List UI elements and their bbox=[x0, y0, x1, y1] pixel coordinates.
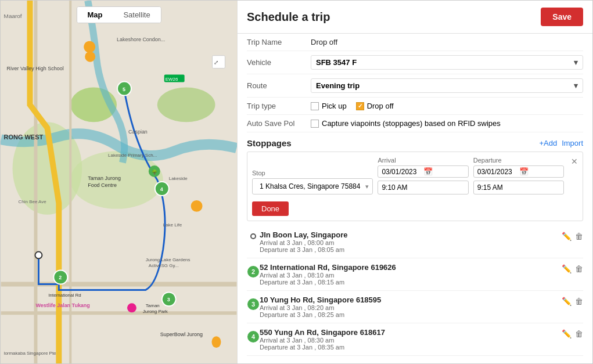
pickup-checkbox[interactable] bbox=[311, 102, 319, 110]
svg-text:ActiveSG Gy...: ActiveSG Gy... bbox=[149, 263, 179, 268]
svg-text:2: 2 bbox=[59, 275, 62, 280]
capture-checkbox[interactable] bbox=[311, 120, 319, 128]
delete-icon[interactable]: 🗑 bbox=[575, 297, 583, 306]
dropoff-checkbox-item: Drop off bbox=[356, 102, 394, 110]
close-icon[interactable]: ✕ bbox=[571, 157, 578, 166]
departure-date-input[interactable] bbox=[477, 168, 519, 176]
app-container: Maarof River Valley High School RONG WES… bbox=[0, 0, 593, 364]
list-item: Jln Boon Lay, Singapore Arrival at 3 Jan… bbox=[247, 226, 583, 258]
delete-icon[interactable]: 🗑 bbox=[575, 264, 583, 273]
edit-icon[interactable]: ✏️ bbox=[562, 297, 572, 306]
svg-text:4: 4 bbox=[160, 186, 163, 192]
route-row: Route Evening trip ▾ bbox=[247, 74, 583, 98]
done-button[interactable]: Done bbox=[252, 201, 289, 216]
map-svg: Maarof River Valley High School RONG WES… bbox=[1, 1, 237, 363]
svg-text:Westlife Jalan Tukang: Westlife Jalan Tukang bbox=[35, 302, 89, 308]
edit-icon[interactable]: ✏️ bbox=[562, 264, 572, 273]
arrival-label: Arrival bbox=[378, 157, 468, 164]
edit-icon[interactable]: ✏️ bbox=[562, 232, 572, 241]
capture-checkbox-item: Capture viapoints (stoppages) based on R… bbox=[311, 119, 501, 128]
auto-save-label: Auto Save Pol bbox=[247, 119, 311, 128]
stop-actions: ✏️ 🗑 bbox=[562, 264, 583, 273]
chevron-down-icon: ▾ bbox=[365, 183, 369, 190]
svg-text:Lakeside Primary Sch...: Lakeside Primary Sch... bbox=[108, 153, 157, 158]
save-button[interactable]: Save bbox=[541, 8, 583, 26]
list-item: 2 52 International Rd, Singapore 619626 … bbox=[247, 258, 583, 291]
stop-input[interactable] bbox=[256, 180, 365, 193]
stop-actions: ✏️ 🗑 bbox=[562, 329, 583, 338]
stop-departure-time: Departure at 3 Jan , 08:15 am bbox=[260, 279, 562, 286]
form-section: Trip Name Drop off Vehicle SFB 3547 F ▾ … bbox=[238, 34, 592, 132]
stop-arrival-time: Arrival at 3 Jan , 08:00 am bbox=[260, 239, 562, 246]
dropoff-checkbox[interactable] bbox=[356, 102, 364, 110]
svg-text:Maarof: Maarof bbox=[4, 13, 22, 19]
stoppages-header: Stoppages Add Import bbox=[238, 132, 592, 152]
map-tab-satellite[interactable]: Satellite bbox=[113, 7, 160, 23]
svg-text:lormakaba Singapore Pte: lormakaba Singapore Pte bbox=[4, 351, 56, 356]
svg-text:⤢: ⤢ bbox=[214, 59, 218, 66]
arrival-date-input[interactable] bbox=[382, 168, 423, 176]
chevron-down-icon: ▾ bbox=[574, 81, 578, 90]
stop-departure-time: Departure at 3 Jan , 08:35 am bbox=[260, 344, 562, 351]
stop-actions: ✏️ 🗑 bbox=[562, 232, 583, 241]
map-background: Maarof River Valley High School RONG WES… bbox=[1, 1, 237, 363]
map-tabs: Map Satellite bbox=[76, 6, 161, 23]
svg-point-40 bbox=[191, 200, 203, 212]
vehicle-value: SFB 3547 F bbox=[316, 58, 357, 67]
stop-info: 52 International Rd, Singapore 619626 Ar… bbox=[260, 263, 562, 286]
stop-name: 52 International Rd, Singapore 619626 bbox=[260, 263, 562, 272]
panel-header: Schedule a trip Save bbox=[238, 1, 592, 34]
departure-label: Departure bbox=[473, 157, 564, 164]
pickup-label: Pick up bbox=[322, 102, 347, 110]
svg-text:Jurong Lake Gardens: Jurong Lake Gardens bbox=[146, 257, 191, 262]
arrival-date-wrap: 📅 bbox=[378, 165, 468, 178]
svg-text:EW26: EW26 bbox=[166, 77, 178, 82]
svg-point-41 bbox=[211, 336, 221, 348]
page-title: Schedule a trip bbox=[247, 10, 330, 24]
stop-arrival-time: Arrival at 3 Jan , 08:10 am bbox=[260, 272, 562, 279]
stop-actions: ✏️ 🗑 bbox=[562, 297, 583, 306]
stop-departure-time: Departure at 3 Jan , 08:05 am bbox=[260, 246, 562, 253]
dropoff-label: Drop off bbox=[367, 102, 394, 110]
svg-text:Lake Life: Lake Life bbox=[163, 222, 182, 228]
delete-icon[interactable]: 🗑 bbox=[575, 329, 583, 338]
svg-text:Chin Bee Ave: Chin Bee Ave bbox=[19, 199, 47, 204]
import-link[interactable]: Import bbox=[562, 139, 583, 147]
trip-type-label: Trip type bbox=[247, 102, 311, 110]
calendar-icon[interactable]: 📅 bbox=[519, 167, 529, 176]
svg-text:Lakeside: Lakeside bbox=[169, 176, 188, 181]
vehicle-dropdown[interactable]: SFB 3547 F ▾ bbox=[311, 55, 583, 70]
stoppage-form-header: Stop ▾ Arrival 📅 bbox=[252, 157, 578, 194]
route-dropdown[interactable]: Evening trip ▾ bbox=[311, 78, 583, 93]
departure-time-input[interactable] bbox=[473, 181, 564, 194]
add-stoppage-link[interactable]: Add bbox=[539, 139, 557, 147]
arrival-time-input[interactable] bbox=[378, 181, 468, 194]
vehicle-row: Vehicle SFB 3547 F ▾ bbox=[247, 51, 583, 74]
pickup-checkbox-item: Pick up bbox=[311, 102, 347, 110]
trip-name-label: Trip Name bbox=[247, 38, 311, 46]
arrival-column: Arrival 📅 bbox=[378, 157, 468, 194]
route-value: Evening trip bbox=[316, 81, 360, 90]
map-tab-map[interactable]: Map bbox=[77, 7, 113, 23]
svg-point-46 bbox=[85, 52, 95, 62]
stoppages-title: Stoppages bbox=[247, 138, 292, 148]
stoppages-list[interactable]: Jln Boon Lay, Singapore Arrival at 3 Jan… bbox=[238, 226, 592, 363]
svg-text:Taman Jurong: Taman Jurong bbox=[88, 175, 121, 181]
delete-icon[interactable]: 🗑 bbox=[575, 232, 583, 241]
stop-circle-marker bbox=[250, 233, 256, 239]
svg-text:🌳: 🌳 bbox=[152, 169, 157, 175]
capture-label: Capture viapoints (stoppages) based on R… bbox=[322, 119, 501, 128]
trip-type-row: Trip type Pick up Drop off bbox=[247, 98, 583, 115]
stop-arrival-time: Arrival at 3 Jan , 08:20 am bbox=[260, 304, 562, 311]
calendar-icon[interactable]: 📅 bbox=[423, 167, 433, 176]
stop-departure-time: Departure at 3 Jan , 08:25 am bbox=[260, 311, 562, 318]
stop-column: Stop ▾ bbox=[252, 170, 373, 194]
stop-info: Jln Boon Lay, Singapore Arrival at 3 Jan… bbox=[260, 230, 562, 253]
vehicle-label: Vehicle bbox=[247, 58, 311, 67]
route-label: Route bbox=[247, 81, 311, 90]
stop-name: 550 Yung An Rd, Singapore 618617 bbox=[260, 328, 562, 337]
trip-name-row: Trip Name Drop off bbox=[247, 34, 583, 51]
edit-icon[interactable]: ✏️ bbox=[562, 329, 572, 338]
svg-text:5: 5 bbox=[123, 87, 125, 92]
departure-column: Departure 📅 bbox=[473, 157, 564, 194]
